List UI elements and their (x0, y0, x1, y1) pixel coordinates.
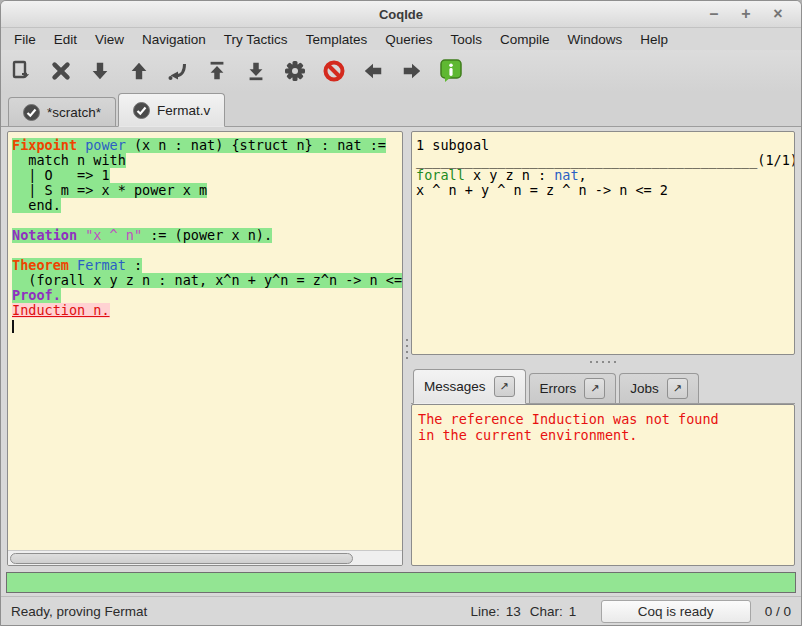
menu-item-queries[interactable]: Queries (376, 30, 441, 49)
code-line: (forall x y z n : nat, x^n + y^n = z^n -… (12, 273, 400, 288)
code-line: ________________________________________… (416, 153, 790, 168)
next-occurrence-icon[interactable] (399, 58, 425, 84)
previous-occurrence-icon[interactable] (360, 58, 386, 84)
title-bar[interactable]: CoqIde – + × (1, 1, 801, 28)
code-line: Fixpoint power (x n : nat) {struct n} : … (12, 138, 400, 153)
code-editor[interactable]: Fixpoint power (x n : nat) {struct n} : … (8, 132, 402, 550)
code-line: Notation "x ^ n" := (power x n). (12, 228, 400, 243)
menu-item-help[interactable]: Help (631, 30, 677, 49)
vertical-splitter[interactable] (403, 131, 411, 566)
message-line: The reference Induction was not found (418, 411, 788, 427)
message-tab-bar: Messages ↗ Errors ↗ Jobs ↗ (411, 368, 795, 404)
menu-item-file[interactable]: File (5, 30, 45, 49)
close-x-icon[interactable] (48, 58, 74, 84)
tab-scratch[interactable]: *scratch* (8, 97, 116, 126)
tab-check-icon (133, 102, 150, 119)
code-line: Theorem Fermat : (12, 258, 400, 273)
interrupt-icon[interactable] (321, 58, 347, 84)
menu-item-windows[interactable]: Windows (558, 30, 631, 49)
tab-messages[interactable]: Messages ↗ (413, 369, 526, 404)
check-document-icon[interactable] (9, 58, 35, 84)
menu-item-navigation[interactable]: Navigation (133, 30, 215, 49)
horizontal-scrollbar[interactable] (8, 550, 402, 565)
text-cursor (12, 320, 14, 333)
scrollbar-thumb[interactable] (10, 553, 353, 564)
step-backward-icon[interactable] (126, 58, 152, 84)
menu-bar: FileEditViewNavigationTry TacticsTemplat… (1, 28, 801, 50)
maximize-button[interactable]: + (735, 2, 757, 26)
about-icon[interactable] (438, 58, 464, 84)
code-line: match n with (12, 153, 400, 168)
code-line: Induction n. (12, 303, 400, 318)
menu-item-tools[interactable]: Tools (441, 30, 491, 49)
tab-fermat[interactable]: Fermat.v (118, 93, 225, 127)
go-to-end-icon[interactable] (243, 58, 269, 84)
code-line (12, 243, 400, 258)
status-bar: Ready, proving Fermat Line: 13 Char: 1 C… (1, 596, 801, 625)
tab-errors-label: Errors (540, 381, 577, 396)
document-tab-bar: *scratch* Fermat.v (1, 92, 801, 127)
jobs-counter: 0 / 0 (765, 604, 791, 619)
messages-panel[interactable]: The reference Induction was not foundin … (411, 404, 795, 566)
code-line: Proof. (12, 288, 400, 303)
detach-messages-icon[interactable]: ↗ (494, 376, 515, 397)
tab-fermat-label: Fermat.v (157, 103, 210, 118)
tab-jobs-label: Jobs (630, 381, 659, 396)
step-forward-icon[interactable] (87, 58, 113, 84)
menu-item-view[interactable]: View (86, 30, 133, 49)
char-label: Char: (530, 604, 563, 619)
menu-item-try-tactics[interactable]: Try Tactics (215, 30, 297, 49)
close-button[interactable]: × (767, 2, 789, 26)
tab-errors[interactable]: Errors ↗ (529, 373, 617, 403)
detach-jobs-icon[interactable]: ↗ (667, 378, 688, 399)
status-right: Line: 13 Char: 1 Coq is ready 0 / 0 (470, 600, 791, 623)
minimize-button[interactable]: – (703, 2, 725, 26)
coqide-window: CoqIde – + × FileEditViewNavigationTry T… (0, 0, 802, 626)
toolbar (1, 50, 801, 92)
progress-bar (6, 572, 796, 593)
code-line: end. (12, 198, 400, 213)
go-to-cursor-icon[interactable] (165, 58, 191, 84)
line-value: 13 (506, 604, 524, 619)
tab-messages-label: Messages (424, 379, 486, 394)
detach-errors-icon[interactable]: ↗ (584, 378, 605, 399)
code-line: forall x y z n : nat, (416, 168, 790, 183)
status-ready-text: Ready, proving Fermat (11, 604, 147, 619)
code-line (12, 213, 400, 228)
tab-scratch-label: *scratch* (47, 105, 101, 120)
right-column: 1 subgoal_______________________________… (411, 131, 795, 566)
code-line: | S m => x * power x m (12, 183, 400, 198)
go-to-begin-icon[interactable] (204, 58, 230, 84)
code-line (12, 318, 400, 333)
menu-item-templates[interactable]: Templates (297, 30, 377, 49)
window-controls: – + × (703, 2, 801, 26)
horizontal-splitter[interactable] (411, 355, 795, 368)
goal-panel[interactable]: 1 subgoal_______________________________… (411, 131, 795, 355)
window-title: CoqIde (1, 7, 801, 22)
message-line: in the current environment. (418, 427, 788, 443)
main-area: Fixpoint power (x n : nat) {struct n} : … (1, 127, 801, 570)
menu-item-compile[interactable]: Compile (491, 30, 559, 49)
coq-status-button[interactable]: Coq is ready (601, 600, 751, 623)
tab-jobs[interactable]: Jobs ↗ (619, 373, 699, 403)
code-line: | O => 1 (12, 168, 400, 183)
code-line: x ^ n + y ^ n = z ^ n -> n <= 2 (416, 183, 790, 198)
script-editor-panel: Fixpoint power (x n : nat) {struct n} : … (7, 131, 403, 566)
gear-icon[interactable] (282, 58, 308, 84)
char-value: 1 (569, 604, 587, 619)
menu-item-edit[interactable]: Edit (45, 30, 86, 49)
tab-check-icon (23, 104, 40, 121)
line-label: Line: (470, 604, 499, 619)
code-line: 1 subgoal (416, 138, 790, 153)
